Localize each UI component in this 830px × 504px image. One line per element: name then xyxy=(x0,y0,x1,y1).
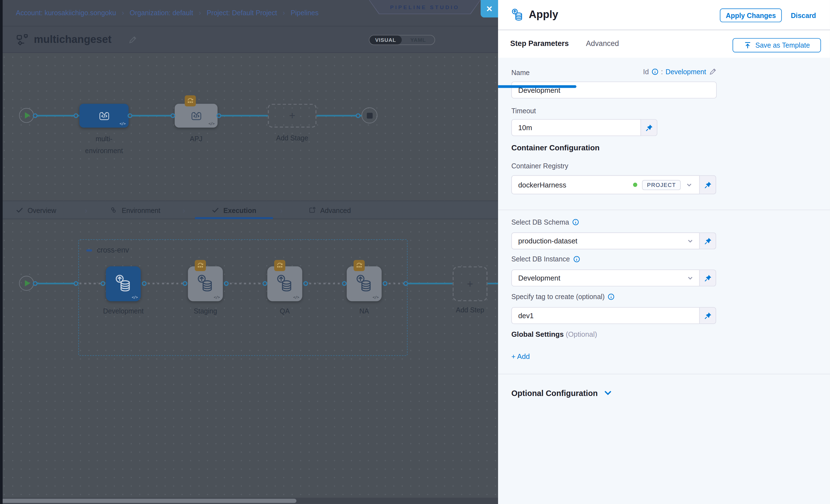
tag-field: dev1 xyxy=(511,307,716,324)
container-registry-field: dockerHarness PROJECT xyxy=(511,175,716,194)
tab-execution[interactable]: Execution xyxy=(212,201,256,219)
pin-icon xyxy=(645,124,653,131)
step-id-value[interactable]: Development xyxy=(666,68,706,76)
pin-icon xyxy=(704,237,712,245)
pin-icon xyxy=(704,181,712,189)
step-node-staging[interactable]: </> xyxy=(188,266,223,301)
connector-dot xyxy=(224,281,229,286)
toggle-yaml[interactable]: YAML xyxy=(402,35,435,44)
edit-id-icon[interactable] xyxy=(709,68,717,76)
tab-overview[interactable]: Overview xyxy=(16,201,56,219)
id-label: Id xyxy=(643,68,649,76)
db-instance-select[interactable]: Development xyxy=(511,270,700,286)
run-stage-node[interactable] xyxy=(19,276,34,291)
container-registry-input[interactable]: dockerHarness PROJECT xyxy=(511,175,700,194)
apply-changes-label: Apply Changes xyxy=(726,11,776,20)
rollback-badge-icon xyxy=(274,260,285,271)
info-icon[interactable] xyxy=(608,293,615,300)
name-input[interactable]: Development xyxy=(511,82,717,98)
connector-dot xyxy=(342,281,347,286)
runtime-input-pin-button[interactable] xyxy=(700,307,716,324)
add-step-node[interactable]: + xyxy=(453,266,487,301)
toggle-visual[interactable]: VISUAL xyxy=(370,35,402,44)
collapse-group-icon[interactable] xyxy=(86,250,92,251)
runtime-input-pin-button[interactable] xyxy=(641,119,657,136)
container-configuration-heading: Container Configuration xyxy=(511,144,600,152)
nav-rail-edge xyxy=(0,0,3,504)
connector-line xyxy=(218,115,268,117)
id-separator: : xyxy=(661,68,663,76)
tab-label: Execution xyxy=(223,206,256,214)
stage-label: multi- xyxy=(79,135,129,143)
step-id-row: Id : Development xyxy=(643,68,717,76)
scrollbar-thumb[interactable] xyxy=(0,499,296,503)
tag-value: dev1 xyxy=(518,312,534,320)
code-glyph: </> xyxy=(209,122,214,126)
connector-dot xyxy=(383,281,387,286)
pipeline-name: multichangeset xyxy=(34,33,111,45)
runtime-input-pin-button[interactable] xyxy=(700,232,716,249)
runtime-input-pin-button[interactable] xyxy=(700,270,716,286)
discard-button[interactable]: Discard xyxy=(791,12,816,20)
step-node-qa[interactable]: </> xyxy=(267,266,302,301)
db-instance-label: Select DB Instance xyxy=(511,255,580,263)
connector-line xyxy=(487,283,498,284)
tab-label: Overview xyxy=(27,206,56,214)
tab-separator-icon: › xyxy=(85,206,88,215)
db-schema-select[interactable]: production-dataset xyxy=(511,232,700,249)
step-label: Development xyxy=(95,307,152,315)
pipeline-studio-badge: PIPELINE STUDIO xyxy=(369,0,481,14)
stage-node-multi-environment[interactable]: </> xyxy=(79,104,129,128)
tab-advanced[interactable]: Advanced xyxy=(309,201,351,219)
breadcrumb-project[interactable]: Project: Default Project xyxy=(207,9,277,17)
tag-label: Specify tag to create (optional) xyxy=(511,293,615,301)
info-icon[interactable] xyxy=(651,68,658,75)
connector-dot xyxy=(170,113,175,118)
close-drawer-button[interactable]: ✕ xyxy=(481,0,498,18)
runtime-input-pin-button[interactable] xyxy=(700,175,716,194)
breadcrumb-pipelines[interactable]: Pipelines xyxy=(291,9,319,17)
step-group-label[interactable]: cross-env xyxy=(97,246,129,254)
section-divider xyxy=(498,210,830,210)
chevron-down-icon[interactable] xyxy=(685,181,693,189)
save-as-template-button[interactable]: Save as Template xyxy=(733,38,821,53)
active-tab-underline xyxy=(195,217,273,219)
code-glyph: </> xyxy=(132,295,137,300)
db-apply-icon xyxy=(275,274,295,294)
chevron-down-icon xyxy=(687,274,694,282)
tab-separator-icon: › xyxy=(280,206,283,215)
breadcrumb-account[interactable]: Account: kurosakiichigo.songoku xyxy=(16,9,116,17)
tab-environment[interactable]: Environment xyxy=(110,201,161,219)
connector-dot xyxy=(100,281,105,286)
rollback-badge-icon xyxy=(185,95,196,106)
apply-changes-button[interactable]: Apply Changes xyxy=(720,8,782,23)
close-icon: ✕ xyxy=(486,4,493,13)
tab-advanced[interactable]: Advanced xyxy=(586,39,619,48)
timeout-input[interactable]: 10m xyxy=(511,119,641,136)
visual-yaml-toggle[interactable]: VISUAL YAML xyxy=(369,35,435,45)
add-global-setting-link[interactable]: + Add xyxy=(511,352,530,360)
add-stage-node[interactable]: + xyxy=(268,104,316,128)
tab-step-parameters[interactable]: Step Parameters xyxy=(510,39,569,48)
db-schema-field: production-dataset xyxy=(511,232,716,249)
breadcrumb-organization[interactable]: Organization: default xyxy=(130,9,193,17)
step-node-development[interactable]: </> xyxy=(106,266,141,301)
stage-node-apj[interactable]: </> xyxy=(175,104,218,128)
dashed-connector xyxy=(230,283,263,284)
code-glyph: </> xyxy=(120,122,125,126)
info-icon[interactable] xyxy=(573,256,580,262)
optional-configuration-toggle[interactable]: Optional Configuration xyxy=(511,388,612,398)
chevron-down-icon xyxy=(687,237,694,245)
step-node-na[interactable]: </> xyxy=(347,266,382,301)
edit-pipeline-name-icon[interactable] xyxy=(128,35,137,44)
horizontal-scrollbar[interactable] xyxy=(0,498,498,504)
global-settings-label: Global Settings xyxy=(511,330,564,338)
connector-line xyxy=(129,115,175,117)
info-icon[interactable] xyxy=(572,219,579,226)
db-instance-value: Development xyxy=(518,274,560,282)
connector-dot xyxy=(403,281,408,286)
stage-label: environment xyxy=(79,147,129,155)
run-pipeline-node[interactable] xyxy=(19,108,34,123)
connector-dot xyxy=(262,281,267,286)
tag-input[interactable]: dev1 xyxy=(511,307,700,324)
